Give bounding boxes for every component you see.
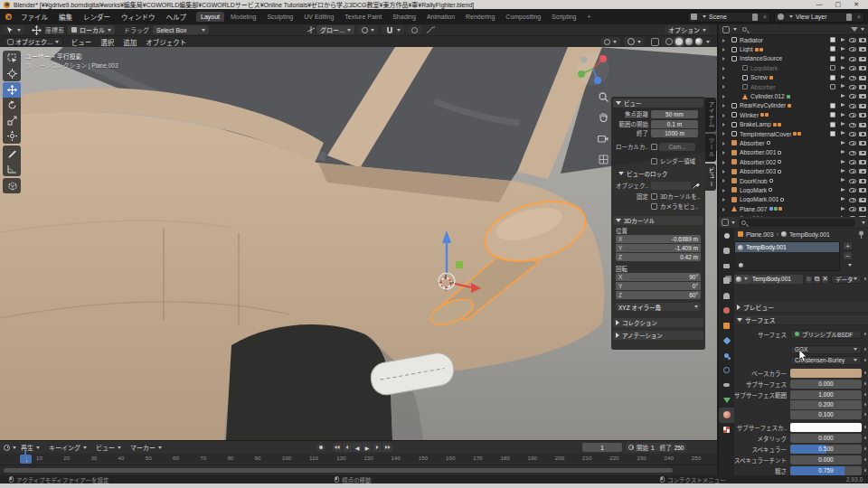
selectable-icon[interactable] xyxy=(841,122,845,126)
breadcrumb-object[interactable]: Plane.003 xyxy=(746,231,774,238)
timeline-editor-icon[interactable] xyxy=(4,445,10,451)
focal-length-field[interactable]: 50 mm xyxy=(651,110,698,118)
outliner-row[interactable]: BrakeLamp xyxy=(719,120,868,129)
outliner-item-name[interactable]: RearKeyCylinder xyxy=(740,102,786,108)
properties-search-input[interactable] xyxy=(739,219,855,227)
jump-to-end-button[interactable]: ⏵⏵ xyxy=(382,443,392,452)
minimize-button[interactable]: — xyxy=(816,1,823,8)
base-color-swatch[interactable] xyxy=(790,369,862,378)
workspace-tab[interactable]: Modeling xyxy=(226,12,260,22)
outliner-item-name[interactable]: Absorber xyxy=(750,84,776,90)
properties-tab[interactable] xyxy=(719,258,734,274)
eye-icon[interactable] xyxy=(849,132,856,136)
timeline-menu-item[interactable]: キーイング xyxy=(44,443,91,452)
tool-rotate[interactable] xyxy=(3,98,21,113)
properties-tab[interactable] xyxy=(719,393,734,408)
outliner-checkbox[interactable] xyxy=(830,75,835,80)
selectable-icon[interactable] xyxy=(841,75,845,79)
outliner-row[interactable]: Screw xyxy=(719,73,868,82)
cursor-rx-field[interactable]: X90° xyxy=(616,273,701,281)
outliner-checkbox[interactable] xyxy=(830,46,835,52)
selectable-icon[interactable] xyxy=(841,94,845,98)
tool-transform[interactable] xyxy=(3,128,21,144)
properties-tab[interactable] xyxy=(719,363,734,379)
render-camera-icon[interactable] xyxy=(859,141,866,145)
selectable-icon[interactable] xyxy=(841,207,845,211)
outliner-row[interactable]: Light xyxy=(719,44,868,53)
lock-3d-cursor-checkbox[interactable] xyxy=(651,193,657,200)
outliner-item-name[interactable]: LogoMark.001 xyxy=(740,196,778,202)
outliner-filter-icon[interactable] xyxy=(851,27,858,32)
annotations-panel-header[interactable]: アノテーション xyxy=(613,331,703,340)
n-panel-tab[interactable]: ビュー xyxy=(705,164,716,192)
falloff-icon[interactable] xyxy=(427,26,436,33)
properties-tab[interactable] xyxy=(719,244,734,259)
selectable-icon[interactable] xyxy=(841,113,845,117)
outliner-row[interactable]: Radiator xyxy=(719,35,868,44)
outliner-checkbox[interactable] xyxy=(830,122,835,127)
render-camera-icon[interactable] xyxy=(859,179,866,183)
use-preview-range-icon[interactable] xyxy=(628,445,634,450)
clip-start-field[interactable]: 0.1 m xyxy=(651,120,698,128)
remove-view-layer-icon[interactable]: × xyxy=(857,14,861,20)
material-name-field[interactable]: TempBody.001 xyxy=(750,275,803,284)
render-camera-icon[interactable] xyxy=(859,57,866,61)
outliner-row[interactable]: Absorber xyxy=(719,138,868,147)
outliner-row[interactable]: Plane.007 xyxy=(719,204,868,213)
outliner-row[interactable]: RearKeyCylinder xyxy=(719,101,868,110)
workspace-tab[interactable]: Sculpting xyxy=(262,12,297,22)
outliner-checkbox[interactable] xyxy=(830,112,835,117)
app-menu-item[interactable]: ファイル xyxy=(15,12,53,22)
pan-hand-icon[interactable] xyxy=(597,110,609,123)
outliner-row[interactable]: DoorKnob xyxy=(719,176,868,185)
outliner-row[interactable]: Absorber xyxy=(719,82,868,91)
end-frame-field[interactable]: 250 xyxy=(675,445,684,451)
pivot-point-dropdown[interactable] xyxy=(358,25,378,34)
viewport-menu-item[interactable]: 選択 xyxy=(96,37,118,47)
render-camera-icon[interactable] xyxy=(859,76,866,80)
render-camera-icon[interactable] xyxy=(859,47,866,52)
outliner-item-name[interactable]: Radiator xyxy=(740,37,763,43)
outliner-item-name[interactable]: Absorber xyxy=(740,140,765,146)
outliner-item-name[interactable]: TempInternalCover xyxy=(740,131,791,137)
add-slot-button[interactable]: + xyxy=(843,241,853,250)
new-scene-icon[interactable] xyxy=(752,14,758,21)
outliner-item-name[interactable]: Absorber.003 xyxy=(740,168,776,174)
eye-icon[interactable] xyxy=(849,198,856,202)
local-camera-checkbox[interactable] xyxy=(651,144,657,150)
outliner-row[interactable]: Winker xyxy=(719,110,868,119)
subsurface-radius-y[interactable]: 0.200 xyxy=(790,400,862,409)
timeline-menu-item[interactable]: 再生 xyxy=(16,443,44,452)
rotation-mode-dropdown[interactable]: XYZ オイラー角 xyxy=(616,303,701,311)
snap-toggle[interactable] xyxy=(382,25,404,34)
orientation-dropdown[interactable]: ローカル xyxy=(68,25,115,34)
selectable-icon[interactable] xyxy=(841,56,845,60)
outliner-item-name[interactable]: BrakeLamp xyxy=(740,121,771,127)
properties-filter-dropdown[interactable] xyxy=(862,221,865,224)
subsurface-radius-z[interactable]: 0.100 xyxy=(790,410,862,419)
eye-icon[interactable] xyxy=(849,38,856,42)
outliner-row[interactable]: TempInternalCover xyxy=(719,129,868,138)
workspace-tab[interactable]: Compositing xyxy=(501,12,545,22)
eye-icon[interactable] xyxy=(849,85,856,89)
transform-orientation-dropdown[interactable]: グロー... xyxy=(316,25,354,34)
outliner-item-name[interactable]: Cylinder.012 xyxy=(750,93,785,99)
tool-move[interactable] xyxy=(3,82,21,98)
outliner-item-name[interactable]: DoorKnob xyxy=(740,178,768,184)
outliner-item-name[interactable]: Plane.007 xyxy=(740,206,768,212)
view-layer-selector[interactable]: View Layer × xyxy=(774,12,864,23)
tool-annotate[interactable] xyxy=(3,145,21,161)
preview-panel-header[interactable]: プレビュー xyxy=(734,303,868,313)
outliner-row[interactable]: Absorber.001 xyxy=(719,148,868,157)
render-camera-icon[interactable] xyxy=(859,160,866,164)
render-camera-icon[interactable] xyxy=(859,207,866,211)
clip-end-field[interactable]: 1000 m xyxy=(651,129,698,137)
cursor-x-field[interactable]: X-0.6989 m xyxy=(616,235,701,243)
timeline-ruler[interactable]: 1020304050607080901001101201301401501601… xyxy=(0,454,717,465)
render-camera-icon[interactable] xyxy=(859,151,866,155)
workspace-tab[interactable]: Texture Paint xyxy=(340,12,386,22)
outliner-display-mode-icon[interactable] xyxy=(722,26,730,33)
render-camera-icon[interactable] xyxy=(859,85,866,89)
copy-material-button[interactable]: ⧉ xyxy=(813,275,821,284)
tool-measure[interactable] xyxy=(3,161,21,176)
